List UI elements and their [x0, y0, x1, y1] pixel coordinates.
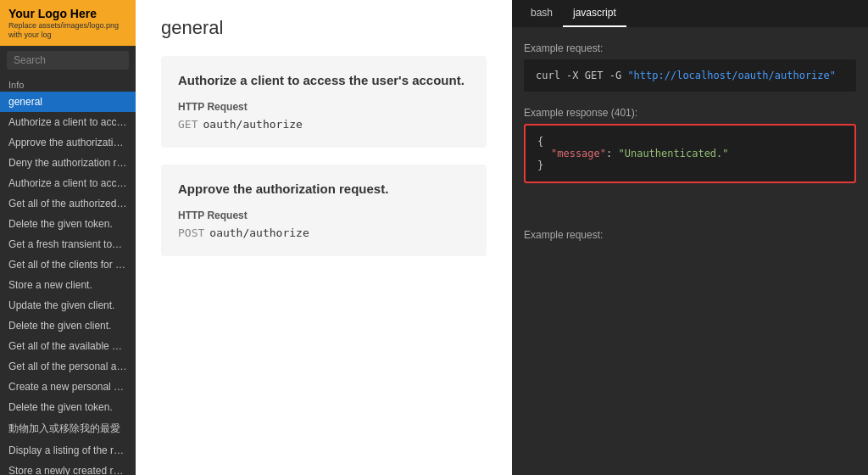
sidebar-item-item12[interactable]: Get all of the available scope...: [0, 336, 136, 356]
sidebar-item-item11[interactable]: Delete the given client.: [0, 316, 136, 336]
method-path-1: oauth/authorize: [203, 118, 302, 131]
logo-subtitle: Replace assets/images/logo.png with your…: [8, 21, 127, 40]
http-method-1: GEToauth/authorize: [178, 118, 470, 131]
response-block-1: { "message": "Unauthenticated." }: [524, 124, 856, 183]
section-block-1: Authorize a client to access the user's …: [161, 56, 487, 148]
search-container: [0, 46, 136, 75]
sidebar-item-item13[interactable]: Get all of the personal acces...: [0, 356, 136, 377]
http-label-1: HTTP Request: [178, 101, 470, 113]
page-title: general: [161, 17, 487, 39]
logo-area: Your Logo Here Replace assets/images/log…: [0, 0, 136, 46]
json-close-1: }: [537, 159, 843, 171]
section-block-2: Approve the authorization request. HTTP …: [161, 165, 487, 256]
sidebar-item-item15[interactable]: Delete the given token.: [0, 397, 136, 417]
curl-prefix-1: curl -X GET -G: [536, 70, 627, 81]
section-2-desc: Approve the authorization request.: [178, 182, 470, 196]
main-content: general Authorize a client to access the…: [136, 0, 512, 475]
method-path-2: oauth/authorize: [209, 226, 309, 239]
sidebar-item-general[interactable]: general: [0, 92, 136, 112]
json-open-1: {: [537, 136, 843, 148]
example-request-label-1: Example request:: [524, 36, 856, 59]
sidebar-item-item6[interactable]: Delete the given token.: [0, 214, 136, 234]
sidebar-item-item1[interactable]: Authorize a client to access t...: [0, 112, 136, 132]
sidebar: Your Logo Here Replace assets/images/log…: [0, 0, 136, 475]
sidebar-item-item17[interactable]: Display a listing of the resour...: [0, 440, 136, 461]
sidebar-item-item7[interactable]: Get a fresh transient token c...: [0, 234, 136, 254]
sidebar-item-item9[interactable]: Store a new client.: [0, 275, 136, 295]
json-key-1: "message": [551, 148, 606, 159]
sidebar-section-label: Info: [0, 75, 136, 92]
sidebar-items: Info generalAuthorize a client to access…: [0, 75, 136, 475]
json-value-1: "Unauthenticated.": [618, 148, 728, 159]
json-row-1: "message": "Unauthenticated.": [537, 148, 843, 159]
sidebar-item-item5[interactable]: Get all of the authorized toke...: [0, 193, 136, 214]
method-word-2: POST: [178, 226, 204, 239]
sidebar-item-item10[interactable]: Update the given client.: [0, 295, 136, 316]
search-input[interactable]: [7, 51, 129, 70]
example-section-2: Example request:: [512, 214, 868, 254]
http-label-2: HTTP Request: [178, 210, 470, 221]
method-word-1: GET: [178, 118, 198, 131]
sidebar-item-item3[interactable]: Deny the authorization request.: [0, 153, 136, 173]
tab-javascript[interactable]: javascript: [563, 0, 626, 27]
json-colon-1: :: [606, 148, 618, 159]
section-1-desc: Authorize a client to access the user's …: [178, 73, 470, 87]
sidebar-item-item8[interactable]: Get all of the clients for the a...: [0, 254, 136, 275]
tab-bar: bashjavascript: [512, 0, 868, 27]
tab-bash[interactable]: bash: [520, 0, 563, 27]
sidebar-item-item14[interactable]: Create a new personal acces...: [0, 377, 136, 397]
curl-code-block-1: curl -X GET -G "http://localhost/oauth/a…: [524, 59, 856, 92]
example-section-1: Example request: curl -X GET -G "http://…: [512, 27, 868, 200]
sidebar-item-item2[interactable]: Approve the authorization re...: [0, 132, 136, 153]
http-method-2: POSToauth/authorize: [178, 226, 470, 239]
response-label-1: Example response (401):: [524, 100, 856, 124]
sidebar-item-item4[interactable]: Authorize a client to access t...: [0, 173, 136, 193]
curl-url-1: "http://localhost/oauth/authorize": [627, 70, 836, 81]
spacer: [512, 200, 868, 214]
example-request-label-2: Example request:: [524, 222, 856, 246]
logo-title: Your Logo Here: [8, 7, 127, 21]
app-layout: Your Logo Here Replace assets/images/log…: [0, 0, 868, 475]
sidebar-item-item16[interactable]: 動物加入或移除我的最愛: [0, 417, 136, 440]
right-panel: bashjavascript Example request: curl -X …: [512, 0, 868, 475]
sidebar-item-item18[interactable]: Store a newly created resour...: [0, 461, 136, 475]
